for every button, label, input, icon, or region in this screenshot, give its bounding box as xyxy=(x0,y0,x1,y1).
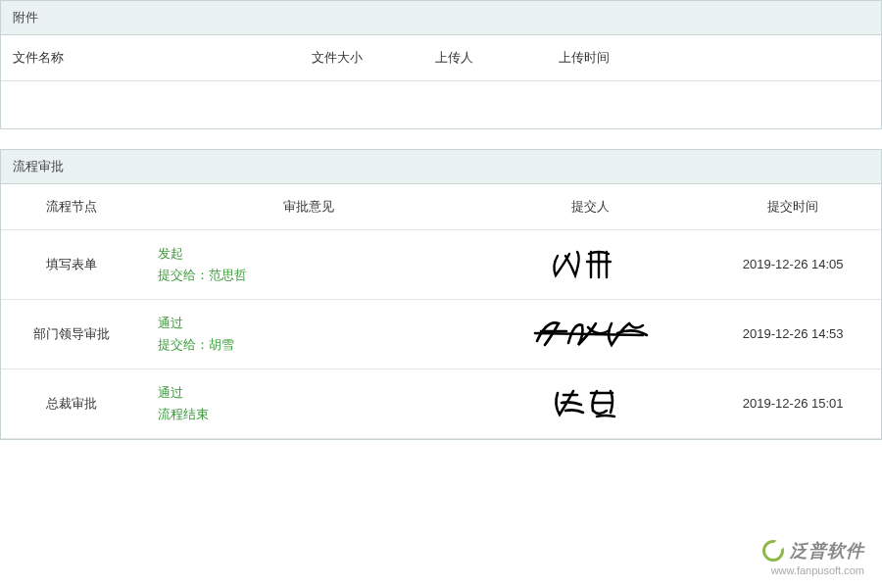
opinion-action: 通过 xyxy=(158,315,468,332)
col-uploadtime: 上传时间 xyxy=(547,35,706,81)
cell-node: 填写表单 xyxy=(1,229,142,299)
cell-time: 2019-12-26 14:05 xyxy=(705,229,881,299)
table-row: 总裁审批 通过 流程结束 2019-12-26 15:01 xyxy=(1,368,881,438)
col-node: 流程节点 xyxy=(1,184,142,230)
opinion-submit-to: 胡雪 xyxy=(209,337,234,352)
cell-submitter-signature xyxy=(476,229,705,299)
cell-time: 2019-12-26 14:53 xyxy=(705,299,881,368)
opinion-submit-to: 范思哲 xyxy=(209,268,247,282)
col-filename: 文件名称 xyxy=(1,35,300,81)
col-action2 xyxy=(793,35,881,81)
logo-ring-icon xyxy=(762,540,784,562)
opinion-submit-label: 提交给： xyxy=(158,337,209,352)
col-uploader: 上传人 xyxy=(423,35,547,81)
table-row: 部门领导审批 通过 提交给：胡雪 2019-12-26 xyxy=(1,299,881,368)
footer-logo: 泛普软件 www.fanpusoft.com xyxy=(762,539,864,576)
approval-table: 流程节点 审批意见 提交人 提交时间 填写表单 发起 提交给：范思哲 xyxy=(1,184,881,439)
col-opinion: 审批意见 xyxy=(142,184,476,230)
cell-submitter-signature xyxy=(476,368,705,438)
opinion-submit-label: 流程结束 xyxy=(158,407,209,421)
cell-opinion: 通过 提交给：胡雪 xyxy=(142,299,476,368)
table-row: 填写表单 发起 提交给：范思哲 2019-12-26 14:05 xyxy=(1,229,881,299)
footer-url: www.fanpusoft.com xyxy=(762,564,864,576)
table-row: 文件名称 文件大小 上传人 上传时间 xyxy=(1,35,881,81)
opinion-action: 发起 xyxy=(158,245,468,263)
signature-icon xyxy=(527,312,655,357)
cell-node: 部门领导审批 xyxy=(1,299,142,368)
signature-icon xyxy=(542,381,640,426)
approval-section: 流程审批 流程节点 审批意见 提交人 提交时间 填写表单 发起 提交给：范思哲 xyxy=(0,149,882,440)
col-submittime: 提交时间 xyxy=(705,184,881,230)
col-submitter: 提交人 xyxy=(476,184,705,230)
col-filesize: 文件大小 xyxy=(300,35,423,81)
cell-opinion: 通过 流程结束 xyxy=(142,368,476,438)
cell-submitter-signature xyxy=(476,299,705,368)
table-row: 流程节点 审批意见 提交人 提交时间 xyxy=(1,184,881,230)
cell-node: 总裁审批 xyxy=(1,368,142,438)
cell-opinion: 发起 提交给：范思哲 xyxy=(142,229,476,299)
cell-time: 2019-12-26 15:01 xyxy=(705,368,881,438)
attachments-title: 附件 xyxy=(1,1,881,35)
approval-title: 流程审批 xyxy=(1,150,881,184)
opinion-submit-label: 提交给： xyxy=(158,268,209,282)
table-row xyxy=(1,81,881,128)
attachments-section: 附件 文件名称 文件大小 上传人 上传时间 xyxy=(0,0,882,129)
opinion-action: 通过 xyxy=(158,384,468,402)
signature-icon xyxy=(542,242,640,287)
attachments-table: 文件名称 文件大小 上传人 上传时间 xyxy=(1,35,881,128)
col-action1 xyxy=(705,35,793,81)
footer-brand: 泛普软件 xyxy=(790,539,864,563)
